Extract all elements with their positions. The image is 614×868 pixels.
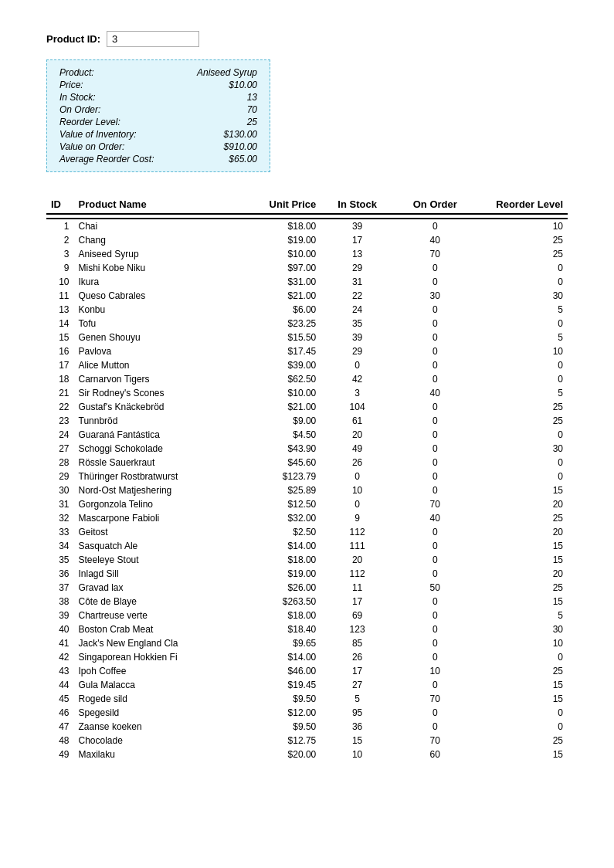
table-row: 1 Chai $18.00 39 0 10 — [46, 219, 568, 233]
table-row: 31 Gorgonzola Telino $12.50 0 70 20 — [46, 497, 568, 511]
cell-reorder: 5 — [477, 331, 568, 344]
cell-reorder: 25 — [477, 414, 568, 428]
cell-price: $9.50 — [239, 720, 321, 734]
cell-name: Rössle Sauerkraut — [74, 456, 239, 470]
table-row: 49 Maxilaku $20.00 10 60 15 — [46, 748, 568, 761]
cell-name: Zaanse koeken — [74, 720, 239, 734]
cell-order: 30 — [394, 289, 477, 303]
table-row: 32 Mascarpone Fabioli $32.00 9 40 25 — [46, 511, 568, 525]
cell-reorder: 30 — [477, 442, 568, 456]
cell-id: 15 — [46, 331, 74, 344]
cell-reorder: 0 — [477, 456, 568, 470]
cell-stock: 15 — [321, 734, 394, 748]
cell-price: $263.50 — [239, 595, 321, 609]
cell-name: Thüringer Rostbratwurst — [74, 470, 239, 483]
product-id-row: Product ID: — [46, 31, 568, 47]
cell-id: 49 — [46, 748, 74, 761]
cell-stock: 39 — [321, 219, 394, 233]
cell-name: Inlagd Sill — [74, 567, 239, 581]
cell-reorder: 30 — [477, 289, 568, 303]
cell-name: Chartreuse verte — [74, 609, 239, 622]
cell-order: 10 — [394, 664, 477, 678]
cell-name: Chocolade — [74, 734, 239, 748]
table-row: 10 Ikura $31.00 31 0 0 — [46, 275, 568, 289]
cell-stock: 42 — [321, 372, 394, 386]
cell-id: 40 — [46, 622, 74, 636]
cell-reorder: 0 — [477, 358, 568, 372]
product-info-box: Product:Aniseed SyrupPrice:$10.00In Stoc… — [46, 59, 270, 172]
cell-price: $19.45 — [239, 678, 321, 692]
cell-price: $12.50 — [239, 497, 321, 511]
cell-order: 0 — [394, 358, 477, 372]
cell-price: $26.00 — [239, 581, 321, 595]
cell-price: $23.25 — [239, 317, 321, 331]
product-info-value: 70 — [168, 103, 260, 116]
table-row: 18 Carnarvon Tigers $62.50 42 0 0 — [46, 372, 568, 386]
cell-price: $62.50 — [239, 372, 321, 386]
cell-price: $18.00 — [239, 219, 321, 233]
cell-price: $18.00 — [239, 553, 321, 567]
cell-price: $97.00 — [239, 261, 321, 275]
product-info-value: $910.00 — [168, 141, 260, 153]
product-info-row: Average Reorder Cost:$65.00 — [56, 153, 260, 165]
cell-stock: 85 — [321, 636, 394, 650]
table-row: 42 Singaporean Hokkien Fi $14.00 26 0 0 — [46, 650, 568, 664]
cell-order: 0 — [394, 720, 477, 734]
table-row: 45 Rogede sild $9.50 5 70 15 — [46, 692, 568, 706]
cell-price: $21.00 — [239, 400, 321, 414]
cell-price: $14.00 — [239, 539, 321, 553]
cell-id: 23 — [46, 414, 74, 428]
table-row: 13 Konbu $6.00 24 0 5 — [46, 303, 568, 317]
cell-name: Steeleye Stout — [74, 553, 239, 567]
cell-price: $31.00 — [239, 275, 321, 289]
col-header-name: Product Name — [74, 195, 239, 214]
cell-order: 70 — [394, 734, 477, 748]
cell-stock: 17 — [321, 233, 394, 247]
col-header-id: ID — [46, 195, 74, 214]
cell-reorder: 0 — [477, 275, 568, 289]
cell-order: 0 — [394, 553, 477, 567]
product-id-input[interactable] — [107, 31, 199, 47]
cell-price: $14.00 — [239, 650, 321, 664]
cell-reorder: 15 — [477, 483, 568, 497]
product-info-label: Reorder Level: — [56, 116, 168, 128]
cell-stock: 39 — [321, 331, 394, 344]
cell-order: 0 — [394, 567, 477, 581]
cell-id: 16 — [46, 344, 74, 358]
cell-order: 0 — [394, 428, 477, 442]
cell-stock: 20 — [321, 428, 394, 442]
product-info-row: Reorder Level:25 — [56, 116, 260, 128]
cell-order: 40 — [394, 511, 477, 525]
cell-name: Ikura — [74, 275, 239, 289]
cell-stock: 112 — [321, 567, 394, 581]
cell-id: 2 — [46, 233, 74, 247]
cell-price: $45.60 — [239, 456, 321, 470]
table-row: 35 Steeleye Stout $18.00 20 0 15 — [46, 553, 568, 567]
cell-reorder: 0 — [477, 706, 568, 720]
cell-price: $9.50 — [239, 692, 321, 706]
table-row: 30 Nord-Ost Matjeshering $25.89 10 0 15 — [46, 483, 568, 497]
cell-price: $4.50 — [239, 428, 321, 442]
cell-stock: 27 — [321, 678, 394, 692]
cell-price: $2.50 — [239, 525, 321, 539]
table-row: 24 Guaraná Fantástica $4.50 20 0 0 — [46, 428, 568, 442]
cell-order: 0 — [394, 470, 477, 483]
cell-stock: 0 — [321, 497, 394, 511]
cell-reorder: 25 — [477, 511, 568, 525]
cell-price: $43.90 — [239, 442, 321, 456]
table-row: 36 Inlagd Sill $19.00 112 0 20 — [46, 567, 568, 581]
cell-name: Spegesild — [74, 706, 239, 720]
cell-name: Maxilaku — [74, 748, 239, 761]
cell-stock: 5 — [321, 692, 394, 706]
cell-stock: 104 — [321, 400, 394, 414]
cell-name: Geitost — [74, 525, 239, 539]
cell-reorder: 25 — [477, 400, 568, 414]
product-info-value: $10.00 — [168, 79, 260, 91]
cell-reorder: 10 — [477, 636, 568, 650]
cell-name: Singaporean Hokkien Fi — [74, 650, 239, 664]
cell-id: 39 — [46, 609, 74, 622]
table-row: 9 Mishi Kobe Niku $97.00 29 0 0 — [46, 261, 568, 275]
cell-name: Ipoh Coffee — [74, 664, 239, 678]
product-info-value: Aniseed Syrup — [168, 66, 260, 79]
cell-id: 46 — [46, 706, 74, 720]
